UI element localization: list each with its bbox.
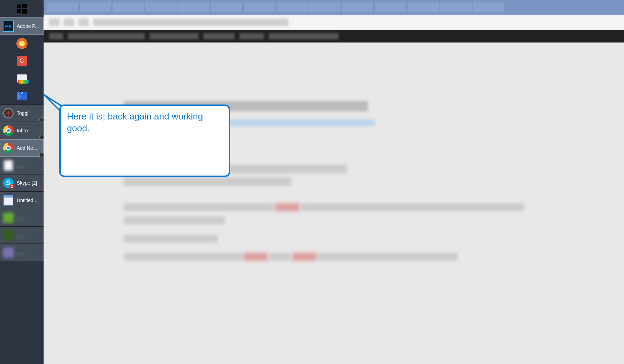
app-icon [3, 247, 14, 258]
photoshop-icon: Ps [3, 21, 14, 32]
browser-tab[interactable] [473, 2, 504, 12]
browser-tab[interactable] [145, 2, 177, 12]
task-inbox-app[interactable] [0, 87, 44, 104]
task-chrome-addnew[interactable]: Add Ne... [0, 139, 44, 157]
taskbar-item-label: Adobe P... [17, 23, 41, 29]
task-photoshop[interactable]: PsAdobe P... [0, 17, 44, 35]
skype-icon: S2 [3, 177, 14, 188]
app-icon [3, 212, 14, 223]
eye-app-icon [16, 38, 28, 49]
browser-tab[interactable] [408, 2, 439, 12]
svg-rect-3 [22, 9, 27, 14]
browser-tab[interactable] [244, 2, 275, 12]
task-chrome-inbox[interactable]: Inbox – ... [0, 122, 44, 139]
svg-rect-0 [17, 5, 21, 8]
taskbar-item-label: Skype [2] [17, 180, 41, 186]
browser-address-bar[interactable] [44, 15, 624, 30]
task-skype[interactable]: S2Skype [2] [0, 174, 44, 192]
taskbar-item-label: ...... [17, 232, 41, 238]
browser-tab[interactable] [80, 2, 111, 12]
callout-text: Here it is; back again and working good. [67, 111, 203, 133]
admin-item[interactable] [150, 33, 198, 39]
session-manager-icon [16, 73, 28, 84]
back-icon[interactable] [49, 18, 60, 26]
admin-item[interactable] [49, 33, 63, 39]
taskbar-item-label: Untitled ... [17, 198, 41, 203]
url-field[interactable] [93, 18, 288, 26]
browser-tab[interactable] [309, 2, 341, 12]
forward-icon[interactable] [64, 18, 74, 26]
chrome-icon [3, 142, 14, 154]
browser-tab-strip[interactable] [44, 0, 624, 15]
admin-item[interactable] [203, 33, 235, 39]
svg-rect-1 [22, 4, 27, 8]
g-app-icon: G [16, 55, 28, 67]
taskbar-item-label: Inbox – ... [17, 128, 41, 133]
task-g-app[interactable]: G [0, 52, 44, 70]
svg-rect-2 [17, 9, 21, 13]
task-blur-3[interactable]: ...... [0, 226, 44, 244]
annotation-callout: Here it is; back again and working good. [59, 104, 230, 177]
admin-item[interactable] [68, 33, 145, 39]
task-notepad[interactable]: Untitled ... [0, 192, 44, 209]
notepad-icon [3, 195, 14, 206]
admin-item[interactable] [239, 33, 264, 39]
chrome-icon [3, 125, 14, 136]
reload-icon[interactable] [78, 18, 89, 26]
browser-tab[interactable] [375, 2, 406, 12]
browser-tab[interactable] [342, 2, 373, 12]
site-admin-bar[interactable] [44, 30, 624, 42]
browser-tab[interactable] [440, 2, 472, 12]
browser-tab[interactable] [113, 2, 144, 12]
taskbar-item-label: ...... [17, 250, 41, 255]
taskbar-item-label: Add Ne... [17, 145, 41, 151]
admin-item[interactable] [269, 33, 338, 39]
task-blur-2[interactable]: ...... [0, 209, 44, 226]
browser-tab[interactable] [276, 2, 308, 12]
taskbar-item-label: ...... [17, 215, 41, 220]
task-tabs-app[interactable] [0, 70, 44, 87]
windows-start-icon [16, 3, 28, 14]
browser-window [44, 0, 624, 364]
task-blur-1[interactable]: ...... [0, 157, 44, 174]
vertical-taskbar: PsAdobe P...G⏻TogglInbox – ...Add Ne....… [0, 0, 44, 364]
app-icon [3, 230, 14, 241]
task-toggl[interactable]: ⏻Toggl [0, 104, 44, 122]
start-button[interactable] [0, 0, 44, 17]
inbox-icon [16, 90, 28, 101]
browser-tab[interactable] [211, 2, 242, 12]
document-icon [3, 160, 14, 171]
browser-tab[interactable] [178, 2, 210, 12]
browser-tab[interactable] [47, 2, 78, 12]
task-blur-4[interactable]: ...... [0, 244, 44, 261]
task-eye-app[interactable] [0, 35, 44, 52]
taskbar-item-label: Toggl [17, 110, 41, 116]
toggl-icon: ⏻ [3, 108, 14, 119]
taskbar-item-label: ...... [17, 163, 41, 168]
